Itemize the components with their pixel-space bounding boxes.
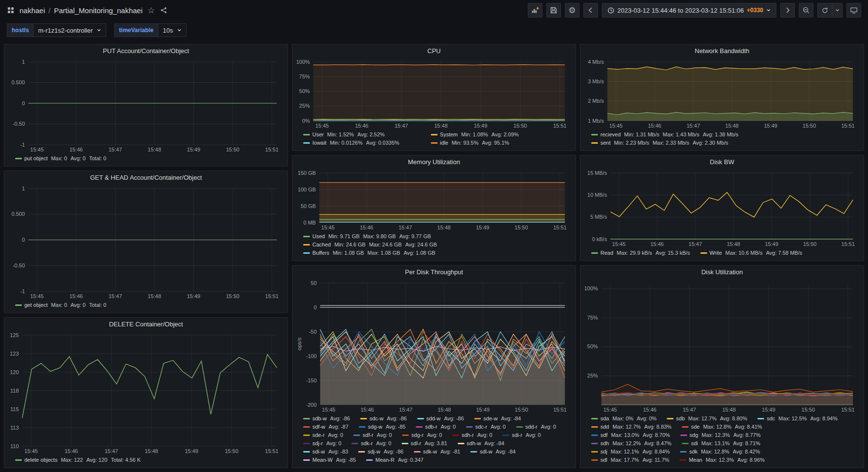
legend-item-sdc-w[interactable]: sdc-wAvg: -86	[360, 415, 410, 422]
legend-item-sdc-r[interactable]: sdc-rAvg: 0	[466, 423, 509, 431]
legend-item-sdc[interactable]: sdcMax: 12.5%Avg: 8.94%	[757, 415, 841, 422]
legend-item-sdg[interactable]: sdgMax: 12.3%Avg: 8.77%	[680, 432, 764, 439]
dashboard-settings-button[interactable]: ⚙	[565, 3, 579, 18]
chart-memory[interactable]: 150 GB100 GB50 GB0 MB15:4515:4615:4715:4…	[296, 169, 571, 231]
legend-item-used[interactable]: UsedMin: 9.71 GBMax: 9.80 GBAvg: 9.77 GB	[303, 233, 569, 240]
series-line-idle[interactable]	[313, 65, 565, 65]
legend-item-delete-objects[interactable]: delete objectsMax: 122Avg: 120Total: 4.5…	[15, 456, 144, 464]
legend-item-sdd-r[interactable]: sdd-rAvg: 0	[516, 423, 559, 431]
legend-item-sdg-w[interactable]: sdg-wAvg: -85	[359, 423, 409, 431]
legend-item-sdb-r[interactable]: sdb-rAvg: 0	[416, 423, 459, 431]
panel-title-memory[interactable]: Memory Utilization	[292, 155, 576, 169]
apps-grid-icon[interactable]	[7, 6, 15, 14]
legend-item-sdd-w[interactable]: sdd-wAvg: -86	[417, 415, 467, 422]
series-line-user[interactable]	[313, 119, 565, 120]
legend-item-sdf-w[interactable]: sdf-wAvg: -87	[303, 423, 352, 431]
legend-item-sdg-r[interactable]: sdg-rAvg: 0	[402, 432, 445, 439]
time-shift-back-button[interactable]	[583, 3, 598, 18]
legend-item-sdl[interactable]: sdlMax: 17.7%Avg: 11.7%	[591, 456, 673, 464]
panel-title-disk-utilization[interactable]: Disk Utilization	[580, 265, 864, 279]
cycle-view-mode-button[interactable]	[847, 3, 861, 18]
legend-item-sdd[interactable]: sddMax: 12.7%Avg: 8.83%	[591, 423, 675, 431]
legend-item-sdk[interactable]: sdkMax: 12.8%Avg: 8.42%	[680, 448, 763, 455]
chart-disk-bw[interactable]: 15 MB/s10 MB/s5 MB/s0 kB/s15:4515:4615:4…	[584, 169, 859, 248]
legend-item-put-object[interactable]: put objectMax: 0Avg: 0Total: 0	[15, 155, 110, 162]
legend-item-sdl-w[interactable]: sdl-wAvg: -84	[470, 448, 519, 455]
breadcrumb-org[interactable]: nakhaei	[19, 6, 45, 15]
panel-body: 500-50-100-150-20015:4515:4615:4715:4815…	[292, 279, 576, 468]
legend-item-iowait[interactable]: IowaitMin: 0.0126%Avg: 0.0335%	[303, 139, 425, 147]
time-range-picker[interactable]: 2023-03-12 15:44:46 to 2023-03-12 15:51:…	[602, 3, 776, 18]
legend-item-sde-r[interactable]: sde-rAvg: 0	[303, 432, 347, 439]
legend-item-sdk-w[interactable]: sdk-wAvg: -81	[414, 448, 464, 455]
legend-item-sdi[interactable]: sdiMax: 13.1%Avg: 8.71%	[682, 440, 764, 447]
legend-item-cached[interactable]: CachedMin: 24.6 GBMax: 24.6 GBAvg: 24.6 …	[303, 241, 569, 248]
chart-cpu[interactable]: 100%75%50%25%0%15:4515:4615:4715:4815:49…	[296, 58, 571, 130]
chart-network-bandwidth[interactable]: 4 Mb/s3 Mb/s2 Mb/s1 Mb/s15:4515:4615:471…	[584, 58, 859, 130]
chart-disk-utilization[interactable]: 100%75%50%25%15:4515:4615:4715:4815:4915…	[584, 279, 859, 414]
legend-item-idle[interactable]: idleMin: 93.5%Avg: 95.1%	[431, 139, 553, 147]
add-panel-button[interactable]	[528, 3, 542, 18]
legend-item-read[interactable]: ReadMax: 29.9 kB/sAvg: 15.3 kB/s	[591, 249, 694, 257]
series-line-delete-objects[interactable]	[22, 355, 277, 418]
legend-item-sdh[interactable]: sdhMax: 12.2%Avg: 8.47%	[591, 440, 675, 447]
y-tick-label: 0.500	[11, 79, 25, 85]
legend-item-get-object[interactable]: get objectMax: 0Avg: 0Total: 0	[15, 302, 110, 309]
legend-item-sde[interactable]: sdeMax: 12.8%Avg: 8.41%	[682, 423, 766, 431]
legend-item-sdl-r[interactable]: sdl-rAvg: 3.81	[402, 440, 451, 447]
time-shift-forward-button[interactable]	[780, 3, 795, 18]
refresh-interval-dropdown[interactable]	[832, 3, 843, 18]
legend-item-mean[interactable]: MeanMax: 12.3%Avg: 8.96%	[679, 456, 768, 464]
y-tick-label: 100 GB	[298, 187, 316, 192]
legend-stat: Avg: -85	[336, 456, 356, 464]
share-icon[interactable]	[160, 6, 168, 14]
star-icon[interactable]: ☆	[148, 6, 155, 15]
panel-title-cpu[interactable]: CPU	[292, 44, 576, 58]
x-tick-label: 15:45	[321, 225, 335, 230]
legend-item-write[interactable]: WriteMax: 10.6 MB/sAvg: 7.58 MB/s	[700, 249, 806, 257]
chart-delete[interactable]: 12512312011811511311015:4515:4615:4715:4…	[8, 331, 283, 455]
legend-item-sdf-r[interactable]: sdf-rAvg: 0	[353, 432, 395, 439]
panel-title-get[interactable]: GET & HEAD Account/Container/Object	[4, 171, 288, 185]
legend-item-sdj-w[interactable]: sdj-wAvg: -86	[358, 448, 406, 455]
legend-item-sdk-r[interactable]: sdk-rAvg: 0	[351, 440, 394, 447]
legend-item-buffers[interactable]: BuffersMin: 1.08 GBMax: 1.08 GBAvg: 1.08…	[303, 249, 569, 257]
legend-item-user[interactable]: UserMin: 1.52%Avg: 2.52%	[303, 131, 425, 138]
legend-item-system[interactable]: SystemMin: 1.08%Avg: 2.09%	[431, 131, 553, 138]
panel-title-disk-bw[interactable]: Disk BW	[580, 155, 864, 169]
variable-hostls-select[interactable]: m-r1z1s2-controller	[33, 23, 106, 37]
legend-item-sda[interactable]: sdaMax: 0%Avg: 0%	[591, 415, 660, 422]
panel-title-put[interactable]: PUT Account/Container/Object	[4, 44, 288, 58]
legend-item-sdf[interactable]: sdfMax: 13.0%Avg: 8.70%	[591, 432, 674, 439]
y-tick-label: 100%	[296, 59, 310, 65]
refresh-button[interactable]	[817, 3, 832, 18]
legend-item-mean-r[interactable]: Mean-RAvg: 0.347	[366, 456, 427, 464]
y-tick-label: -1	[20, 142, 25, 148]
legend-item-sdi-w[interactable]: sdi-wAvg: -83	[303, 448, 351, 455]
legend-swatch	[351, 443, 358, 444]
breadcrumb-dashboard[interactable]: Partial_Monitoring_nakhaei	[54, 6, 143, 15]
legend-item-sent[interactable]: sentMin: 2.23 Mb/sMax: 2.33 Mb/sAvg: 2.3…	[591, 139, 857, 147]
legend-item-sdb[interactable]: sdbMax: 12.7%Avg: 8.80%	[667, 415, 751, 422]
legend-item-sde-w[interactable]: sde-wAvg: -84	[474, 415, 524, 422]
panel-cpu: CPU 100%75%50%25%0%15:4515:4615:4715:481…	[292, 44, 576, 151]
panel-title-delete[interactable]: DELETE Container/Object	[4, 318, 288, 331]
legend-stat: Max: 122	[61, 456, 83, 464]
legend-item-sdi-r[interactable]: sdi-rAvg: 0	[502, 432, 544, 439]
legend-item-sdh-w[interactable]: sdh-wAvg: -84	[458, 440, 508, 447]
chart-per-disk-throughput[interactable]: 500-50-100-150-20015:4515:4615:4715:4815…	[296, 279, 571, 414]
series-line-write[interactable]	[610, 192, 853, 217]
legend-item-sdj[interactable]: sdjMax: 12.1%Avg: 8.84%	[591, 448, 673, 455]
legend-item-mean-w[interactable]: Mean-WAvg: -85	[303, 456, 359, 464]
chart-get[interactable]: 10.5000-0.50-115:4515:4615:4715:4815:491…	[8, 185, 283, 300]
zoom-out-time-button[interactable]	[799, 3, 813, 18]
panel-title-per-disk-throughput[interactable]: Per Disk Throughput	[292, 265, 576, 279]
chart-put[interactable]: 10.5000-0.50-115:4515:4615:4715:4815:491…	[8, 58, 283, 153]
legend-item-sdh-r[interactable]: sdh-rAvg: 0	[452, 432, 496, 439]
legend-item-sdb-w[interactable]: sdb-wAvg: -86	[303, 415, 353, 422]
save-dashboard-button[interactable]	[546, 3, 561, 18]
variable-timevariable-select[interactable]: 10s	[158, 23, 187, 37]
legend-item-sdj-r[interactable]: sdj-rAvg: 0	[303, 440, 345, 447]
panel-title-network-bandwidth[interactable]: Network Bandwidth	[580, 44, 864, 58]
legend-item-recieved[interactable]: recievedMin: 1.31 Mb/sMax: 1.43 Mb/sAvg:…	[591, 131, 857, 138]
